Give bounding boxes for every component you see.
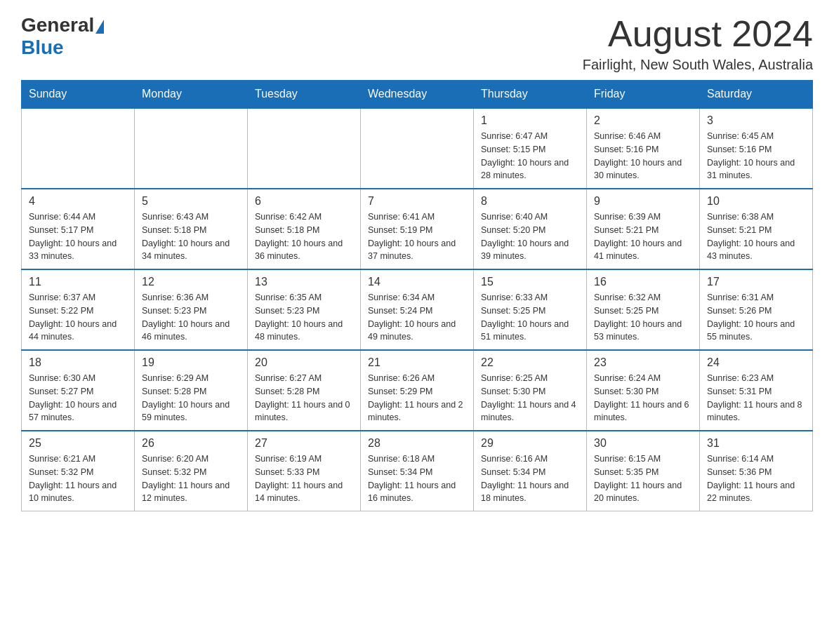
day-number: 11 [29,276,127,288]
calendar-cell: 15Sunrise: 6:33 AMSunset: 5:25 PMDayligh… [474,269,587,350]
calendar-cell: 26Sunrise: 6:20 AMSunset: 5:32 PMDayligh… [135,431,248,511]
day-number: 18 [29,356,127,369]
day-info: Sunrise: 6:42 AMSunset: 5:18 PMDaylight:… [255,210,353,263]
calendar-cell: 30Sunrise: 6:15 AMSunset: 5:35 PMDayligh… [587,431,700,511]
day-info: Sunrise: 6:24 AMSunset: 5:30 PMDaylight:… [594,372,692,424]
calendar-cell: 18Sunrise: 6:30 AMSunset: 5:27 PMDayligh… [22,350,135,431]
calendar-cell: 25Sunrise: 6:21 AMSunset: 5:32 PMDayligh… [22,431,135,511]
calendar-header-row: Sunday Monday Tuesday Wednesday Thursday… [22,81,813,109]
calendar-cell: 29Sunrise: 6:16 AMSunset: 5:34 PMDayligh… [474,431,587,511]
calendar-cell: 13Sunrise: 6:35 AMSunset: 5:23 PMDayligh… [248,269,361,350]
calendar-cell: 31Sunrise: 6:14 AMSunset: 5:36 PMDayligh… [700,431,813,511]
calendar-week-row: 25Sunrise: 6:21 AMSunset: 5:32 PMDayligh… [22,431,813,511]
logo: General Blue [21,14,105,59]
day-number: 8 [481,195,579,208]
day-info: Sunrise: 6:41 AMSunset: 5:19 PMDaylight:… [368,210,466,263]
calendar-week-row: 4Sunrise: 6:44 AMSunset: 5:17 PMDaylight… [22,189,813,269]
day-info: Sunrise: 6:37 AMSunset: 5:22 PMDaylight:… [29,291,127,344]
day-info: Sunrise: 6:23 AMSunset: 5:31 PMDaylight:… [707,372,805,424]
logo-general-text: General [21,14,94,36]
day-number: 3 [707,114,805,127]
day-number: 23 [594,356,692,369]
day-number: 27 [255,437,353,450]
day-number: 1 [481,114,579,127]
day-number: 16 [594,276,692,288]
calendar-cell [22,108,135,189]
day-info: Sunrise: 6:31 AMSunset: 5:26 PMDaylight:… [707,291,805,344]
day-number: 17 [707,276,805,288]
calendar-cell: 3Sunrise: 6:45 AMSunset: 5:16 PMDaylight… [700,108,813,189]
day-number: 9 [594,195,692,208]
location-subtitle: Fairlight, New South Wales, Australia [583,57,813,73]
day-number: 12 [142,276,240,288]
calendar-cell: 10Sunrise: 6:38 AMSunset: 5:21 PMDayligh… [700,189,813,269]
header-thursday: Thursday [474,81,587,109]
day-info: Sunrise: 6:35 AMSunset: 5:23 PMDaylight:… [255,291,353,344]
day-info: Sunrise: 6:29 AMSunset: 5:28 PMDaylight:… [142,372,240,424]
page-header: General Blue August 2024 Fairlight, New … [21,14,813,73]
calendar-cell: 20Sunrise: 6:27 AMSunset: 5:28 PMDayligh… [248,350,361,431]
day-info: Sunrise: 6:36 AMSunset: 5:23 PMDaylight:… [142,291,240,344]
calendar-week-row: 18Sunrise: 6:30 AMSunset: 5:27 PMDayligh… [22,350,813,431]
day-info: Sunrise: 6:38 AMSunset: 5:21 PMDaylight:… [707,210,805,263]
day-info: Sunrise: 6:26 AMSunset: 5:29 PMDaylight:… [368,372,466,424]
day-number: 10 [707,195,805,208]
calendar-cell: 12Sunrise: 6:36 AMSunset: 5:23 PMDayligh… [135,269,248,350]
calendar-cell: 27Sunrise: 6:19 AMSunset: 5:33 PMDayligh… [248,431,361,511]
day-info: Sunrise: 6:27 AMSunset: 5:28 PMDaylight:… [255,372,353,424]
calendar-cell: 7Sunrise: 6:41 AMSunset: 5:19 PMDaylight… [361,189,474,269]
day-number: 19 [142,356,240,369]
day-number: 31 [707,437,805,450]
calendar-cell: 8Sunrise: 6:40 AMSunset: 5:20 PMDaylight… [474,189,587,269]
title-section: August 2024 Fairlight, New South Wales, … [583,14,813,73]
calendar-cell: 9Sunrise: 6:39 AMSunset: 5:21 PMDaylight… [587,189,700,269]
month-title: August 2024 [583,14,813,54]
day-info: Sunrise: 6:33 AMSunset: 5:25 PMDaylight:… [481,291,579,344]
day-number: 2 [594,114,692,127]
day-number: 13 [255,276,353,288]
day-info: Sunrise: 6:25 AMSunset: 5:30 PMDaylight:… [481,372,579,424]
day-number: 24 [707,356,805,369]
calendar-week-row: 1Sunrise: 6:47 AMSunset: 5:15 PMDaylight… [22,108,813,189]
calendar-cell: 6Sunrise: 6:42 AMSunset: 5:18 PMDaylight… [248,189,361,269]
calendar-cell [361,108,474,189]
day-info: Sunrise: 6:39 AMSunset: 5:21 PMDaylight:… [594,210,692,263]
header-wednesday: Wednesday [361,81,474,109]
calendar-cell: 19Sunrise: 6:29 AMSunset: 5:28 PMDayligh… [135,350,248,431]
day-number: 14 [368,276,466,288]
calendar-cell: 1Sunrise: 6:47 AMSunset: 5:15 PMDaylight… [474,108,587,189]
calendar-cell: 28Sunrise: 6:18 AMSunset: 5:34 PMDayligh… [361,431,474,511]
day-number: 7 [368,195,466,208]
day-number: 4 [29,195,127,208]
calendar-cell: 22Sunrise: 6:25 AMSunset: 5:30 PMDayligh… [474,350,587,431]
calendar-cell: 23Sunrise: 6:24 AMSunset: 5:30 PMDayligh… [587,350,700,431]
day-number: 5 [142,195,240,208]
header-sunday: Sunday [22,81,135,109]
day-info: Sunrise: 6:19 AMSunset: 5:33 PMDaylight:… [255,452,353,505]
calendar-cell: 14Sunrise: 6:34 AMSunset: 5:24 PMDayligh… [361,269,474,350]
header-monday: Monday [135,81,248,109]
day-info: Sunrise: 6:47 AMSunset: 5:15 PMDaylight:… [481,130,579,182]
logo-triangle-icon [95,20,104,34]
calendar-table: Sunday Monday Tuesday Wednesday Thursday… [21,80,813,511]
calendar-cell: 2Sunrise: 6:46 AMSunset: 5:16 PMDaylight… [587,108,700,189]
day-info: Sunrise: 6:21 AMSunset: 5:32 PMDaylight:… [29,452,127,505]
day-info: Sunrise: 6:32 AMSunset: 5:25 PMDaylight:… [594,291,692,344]
calendar-cell: 5Sunrise: 6:43 AMSunset: 5:18 PMDaylight… [135,189,248,269]
day-info: Sunrise: 6:45 AMSunset: 5:16 PMDaylight:… [707,130,805,182]
day-info: Sunrise: 6:20 AMSunset: 5:32 PMDaylight:… [142,452,240,505]
day-info: Sunrise: 6:14 AMSunset: 5:36 PMDaylight:… [707,452,805,505]
day-number: 29 [481,437,579,450]
day-number: 28 [368,437,466,450]
day-number: 26 [142,437,240,450]
calendar-cell: 21Sunrise: 6:26 AMSunset: 5:29 PMDayligh… [361,350,474,431]
day-info: Sunrise: 6:18 AMSunset: 5:34 PMDaylight:… [368,452,466,505]
day-info: Sunrise: 6:16 AMSunset: 5:34 PMDaylight:… [481,452,579,505]
day-info: Sunrise: 6:34 AMSunset: 5:24 PMDaylight:… [368,291,466,344]
calendar-week-row: 11Sunrise: 6:37 AMSunset: 5:22 PMDayligh… [22,269,813,350]
header-tuesday: Tuesday [248,81,361,109]
day-number: 20 [255,356,353,369]
day-number: 6 [255,195,353,208]
header-saturday: Saturday [700,81,813,109]
day-number: 25 [29,437,127,450]
